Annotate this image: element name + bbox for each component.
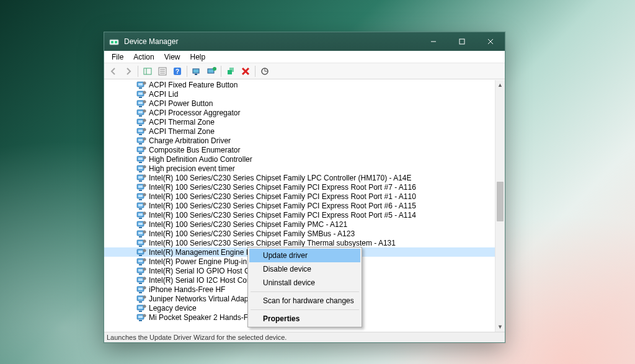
device-icon (136, 211, 146, 220)
device-item[interactable]: ACPI Processor Aggregator (104, 108, 495, 117)
device-label: Composite Bus Enumerator (149, 146, 240, 154)
app-icon (109, 37, 119, 47)
svg-rect-15 (193, 69, 199, 73)
svg-rect-74 (139, 199, 142, 200)
titlebar[interactable]: Device Manager (104, 32, 505, 51)
device-item[interactable]: Charge Arbitration Driver (104, 136, 495, 145)
device-icon (136, 90, 146, 99)
context-menu[interactable]: Update driverDisable deviceUninstall dev… (247, 247, 362, 327)
update-driver-button[interactable] (205, 64, 218, 78)
device-icon (136, 183, 146, 192)
device-item[interactable]: ACPI Thermal Zone (104, 117, 495, 127)
device-icon (136, 229, 146, 238)
device-item[interactable]: ACPI Fixed Feature Button (104, 80, 495, 89)
svg-rect-86 (139, 227, 142, 228)
svg-rect-78 (139, 208, 142, 210)
svg-rect-38 (139, 115, 142, 117)
device-item[interactable]: ACPI Lid (104, 89, 495, 99)
device-label: Intel(R) 100 Series/C230 Series Chipset … (149, 174, 412, 182)
device-icon (136, 164, 146, 173)
show-hide-console-tree-button[interactable] (141, 64, 154, 78)
svg-rect-98 (139, 255, 142, 256)
help-button[interactable]: ? (171, 64, 184, 78)
device-label: ACPI Thermal Zone (149, 127, 215, 136)
svg-rect-30 (139, 97, 142, 98)
device-item[interactable]: Intel(R) 100 Series/C230 Series Chipset … (104, 192, 495, 201)
menu-action[interactable]: Action (128, 52, 159, 62)
menu-file[interactable]: File (107, 52, 128, 62)
minimize-button[interactable] (419, 32, 448, 51)
window-title: Device Manager (124, 37, 178, 46)
device-icon (136, 295, 146, 303)
device-item[interactable]: Intel(R) 100 Series/C230 Series Chipset … (104, 173, 495, 182)
svg-rect-25 (138, 83, 143, 86)
svg-rect-1 (111, 41, 113, 43)
scroll-up-button[interactable]: ▲ (495, 80, 505, 90)
device-label: Charge Arbitration Driver (149, 136, 231, 145)
svg-rect-93 (138, 241, 143, 244)
scroll-down-button[interactable]: ▼ (495, 322, 505, 332)
device-icon (136, 192, 146, 201)
scroll-thumb[interactable] (497, 182, 504, 221)
refresh-button[interactable] (258, 64, 272, 78)
status-text: Launches the Update Driver Wizard for th… (107, 334, 286, 341)
context-menu-item[interactable]: Properties (249, 312, 360, 326)
properties-button[interactable] (156, 64, 169, 78)
device-item[interactable]: Intel(R) 100 Series/C230 Series Chipset … (104, 201, 495, 210)
device-icon (136, 285, 146, 294)
svg-rect-109 (138, 278, 143, 281)
device-item[interactable]: Intel(R) 100 Series/C230 Series Chipset … (104, 210, 495, 220)
forward-button[interactable] (122, 64, 135, 78)
device-item[interactable]: Intel(R) 100 Series/C230 Series Chipset … (104, 182, 495, 192)
enable-device-button[interactable] (224, 64, 238, 78)
device-item[interactable]: High Definition Audio Controller (104, 154, 495, 164)
device-item[interactable]: ACPI Thermal Zone (104, 127, 495, 136)
svg-rect-49 (138, 139, 143, 141)
device-item[interactable]: Intel(R) 100 Series/C230 Series Chipset … (104, 238, 495, 247)
uninstall-device-button[interactable] (239, 64, 252, 78)
device-item[interactable]: ACPI Power Button (104, 99, 495, 108)
device-icon (136, 248, 146, 257)
svg-rect-82 (139, 218, 142, 219)
device-item[interactable]: Composite Bus Enumerator (104, 145, 495, 154)
svg-rect-90 (139, 236, 142, 237)
svg-rect-29 (138, 92, 143, 95)
context-menu-item[interactable]: Uninstall device (249, 276, 360, 290)
context-menu-item[interactable]: Update driver (249, 249, 360, 262)
context-menu-item[interactable]: Scan for hardware changes (249, 294, 360, 308)
menu-help[interactable]: Help (185, 52, 211, 62)
svg-rect-58 (139, 162, 142, 163)
close-button[interactable] (476, 32, 505, 51)
menubar: File Action View Help (104, 51, 505, 63)
device-item[interactable]: Intel(R) 100 Series/C230 Series Chipset … (104, 220, 495, 229)
svg-rect-16 (195, 74, 197, 75)
scan-hardware-button[interactable] (190, 64, 203, 78)
device-label: Intel(R) 100 Series/C230 Series Chipset … (149, 220, 347, 229)
svg-rect-85 (138, 223, 143, 225)
svg-rect-46 (139, 134, 142, 135)
scrollbar[interactable]: ▲ ▼ (495, 80, 505, 332)
maximize-button[interactable] (448, 32, 476, 51)
svg-rect-20 (229, 68, 234, 72)
svg-rect-70 (139, 190, 142, 191)
svg-rect-117 (138, 297, 143, 300)
toolbar-separator (138, 66, 138, 77)
svg-rect-113 (138, 288, 143, 290)
svg-rect-114 (139, 292, 142, 293)
device-item[interactable]: Intel(R) 100 Series/C230 Series Chipset … (104, 229, 495, 238)
back-button[interactable] (107, 64, 120, 78)
toolbar-separator (255, 66, 255, 77)
svg-rect-97 (138, 251, 143, 253)
device-label: Intel(R) 100 Series/C230 Series Chipset … (149, 211, 416, 220)
menu-view[interactable]: View (159, 52, 185, 62)
device-label: ACPI Thermal Zone (149, 118, 215, 127)
toolbar-separator (187, 66, 187, 77)
context-menu-item[interactable]: Disable device (249, 262, 360, 276)
svg-rect-50 (139, 143, 142, 144)
device-icon (136, 202, 146, 210)
device-item[interactable]: High precision event timer (104, 164, 495, 173)
device-label: Intel(R) 100 Series/C230 Series Chipset … (149, 183, 416, 192)
device-icon (136, 267, 146, 275)
svg-rect-42 (139, 125, 142, 126)
svg-rect-105 (138, 269, 143, 272)
